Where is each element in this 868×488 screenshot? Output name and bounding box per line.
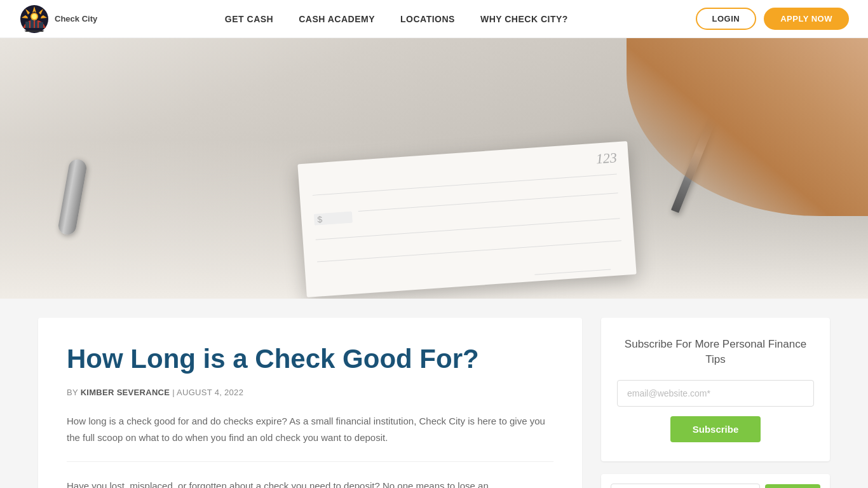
svg-rect-3 (31, 19, 34, 28)
svg-rect-5 (39, 22, 43, 28)
search-box: Search (601, 474, 830, 488)
sidebar: Subscribe For More Personal Finance Tips… (601, 318, 830, 488)
apply-now-button[interactable]: APPLY NOW (764, 8, 849, 30)
logo-link[interactable]: Check City (19, 4, 97, 34)
logo-brand-text: Check City (55, 14, 97, 24)
search-button[interactable]: Search (765, 484, 820, 488)
site-header: Check City GET CASH CASH ACADEMY LOCATIO… (0, 0, 868, 38)
article-meta: BY KIMBER SEVERANCE | AUGUST 4, 2022 (67, 388, 553, 397)
nav-cash-academy[interactable]: CASH ACADEMY (299, 14, 375, 24)
nav-get-cash[interactable]: GET CASH (225, 14, 273, 24)
svg-rect-4 (35, 20, 37, 28)
article-divider (67, 461, 553, 462)
svg-point-7 (32, 14, 37, 19)
nav-locations[interactable]: LOCATIONS (400, 14, 455, 24)
article-author: KIMBER SEVERANCE (81, 388, 170, 397)
content-wrapper: How Long is a Check Good For? BY KIMBER … (0, 299, 868, 488)
subscribe-email-input[interactable] (617, 380, 814, 407)
hero-check-doc: 123 $ (297, 141, 636, 297)
hero-image: 123 $ (0, 38, 868, 299)
svg-rect-8 (23, 30, 46, 32)
main-content: How Long is a Check Good For? BY KIMBER … (0, 299, 868, 488)
article-intro: How long is a check good for and do chec… (67, 413, 553, 445)
article-meta-by: BY (67, 388, 78, 397)
nav-why-check-city[interactable]: WHY CHECK CITY? (480, 14, 568, 24)
subscribe-box: Subscribe For More Personal Finance Tips… (601, 318, 830, 461)
search-input[interactable] (611, 484, 760, 488)
article-title: How Long is a Check Good For? (67, 343, 553, 375)
article-section: How Long is a Check Good For? BY KIMBER … (38, 318, 582, 488)
article-body: Have you lost, misplaced, or forgotten a… (67, 478, 553, 488)
header-buttons: LOGIN APPLY NOW (696, 8, 849, 30)
article-date: AUGUST 4, 2022 (177, 388, 243, 397)
svg-rect-2 (25, 22, 29, 28)
login-button[interactable]: LOGIN (696, 8, 757, 30)
logo-icon (19, 4, 50, 34)
subscribe-title: Subscribe For More Personal Finance Tips (617, 337, 814, 367)
main-nav: GET CASH CASH ACADEMY LOCATIONS WHY CHEC… (97, 14, 695, 24)
subscribe-button[interactable]: Subscribe (670, 416, 761, 442)
